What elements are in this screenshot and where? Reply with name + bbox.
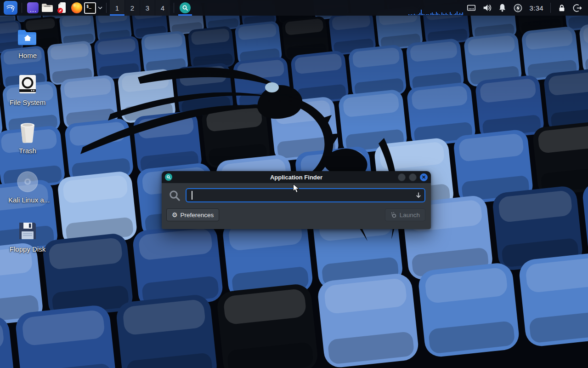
volume-tray-item[interactable] (479, 0, 495, 16)
launch-button[interactable]: Launch (385, 208, 425, 221)
panel-separator (22, 3, 22, 13)
application-finder-launcher[interactable] (177, 0, 193, 16)
kali-logo-icon (6, 3, 16, 13)
panel-separator (106, 3, 107, 13)
workspace-3[interactable]: 3 (140, 0, 155, 16)
application-finder-window: Application Finder ✕ (162, 171, 431, 229)
search-icon (180, 2, 191, 13)
power-lightning-icon (513, 3, 523, 13)
gear-icon: ⚙ (172, 212, 178, 218)
launcher-file-manager[interactable] (40, 0, 55, 16)
launcher-app-window[interactable] (25, 0, 40, 16)
search-input[interactable] (186, 188, 425, 202)
workspace-switcher: 1 2 3 4 (110, 0, 170, 16)
notifications-tray-item[interactable] (495, 0, 510, 16)
top-panel: $_ 1 2 3 4 (0, 0, 588, 16)
desktop-icon-file-system[interactable]: File System (8, 73, 47, 106)
desktop-icon-kali-cd[interactable]: Kali Linux a... (8, 170, 47, 204)
floppy-disk-icon (8, 219, 47, 242)
clock[interactable]: 3:34 (526, 4, 547, 12)
desktop-icon-trash[interactable]: Trash (8, 121, 47, 155)
ethernet-icon (466, 3, 476, 13)
close-button[interactable]: ✕ (420, 173, 428, 181)
text-caret (192, 191, 192, 200)
launcher-text-editor[interactable] (55, 0, 69, 16)
desktop-icon-floppy[interactable]: Floppy Disk (8, 219, 47, 253)
folder-icon (41, 3, 53, 13)
optical-disc-icon (8, 170, 47, 193)
home-folder-icon (8, 26, 47, 49)
desktop-icon-home[interactable]: Home (8, 26, 47, 59)
minimize-button[interactable] (398, 173, 406, 181)
lock-screen-button[interactable] (554, 0, 570, 16)
launcher-firefox[interactable] (69, 0, 84, 16)
workspace-1[interactable]: 1 (110, 0, 124, 16)
trash-icon (8, 121, 47, 144)
app-window-icon (27, 2, 39, 13)
launcher-terminal[interactable]: $_ (84, 0, 103, 16)
dropdown-arrow-icon[interactable] (415, 191, 422, 199)
lock-icon (557, 3, 566, 13)
logout-button[interactable] (570, 0, 585, 16)
hard-drive-icon (8, 73, 47, 96)
firefox-icon (71, 2, 82, 13)
preferences-button[interactable]: ⚙ Preferences (166, 208, 219, 221)
chevron-down-icon[interactable] (97, 6, 103, 10)
workspace-2[interactable]: 2 (125, 0, 140, 16)
volume-icon (482, 3, 492, 13)
cpu-graph[interactable] (407, 0, 464, 16)
maximize-button[interactable] (409, 173, 417, 181)
logout-icon (573, 3, 582, 13)
desktop-screen: $_ 1 2 3 4 (0, 0, 588, 368)
mouse-cursor (293, 184, 300, 194)
launch-icon (390, 212, 397, 218)
text-editor-icon (57, 2, 68, 14)
workspace-4[interactable]: 4 (155, 0, 170, 16)
network-tray-item[interactable] (464, 0, 479, 16)
power-manager-tray-item[interactable] (510, 0, 526, 16)
window-title: Application Finder (162, 174, 431, 181)
search-icon (166, 189, 183, 202)
panel-separator (550, 3, 551, 13)
window-app-icon (165, 173, 172, 181)
panel-separator (174, 3, 174, 13)
window-titlebar[interactable]: Application Finder ✕ (162, 171, 431, 183)
applications-menu-button[interactable] (4, 1, 17, 15)
bell-icon (498, 3, 507, 13)
terminal-icon: $_ (84, 2, 96, 14)
